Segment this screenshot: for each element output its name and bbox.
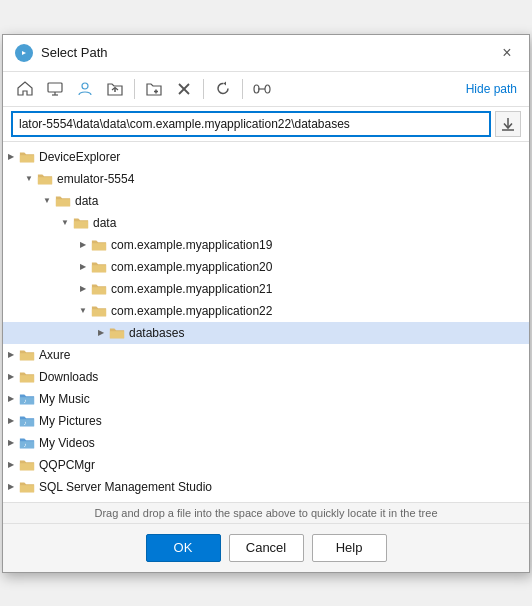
tree-item[interactable]: ▶ databases (3, 322, 529, 344)
tree-arrow[interactable]: ▶ (3, 413, 19, 429)
svg-text:♪: ♪ (23, 397, 26, 404)
folder-icon (37, 171, 53, 187)
ok-button[interactable]: OK (146, 534, 221, 562)
tree-area: ▶ DeviceExplorer▼ emulator-5554▼ data▼ d… (3, 142, 529, 502)
tree-label: databases (129, 326, 184, 340)
folder-icon (55, 193, 71, 209)
tree-arrow[interactable]: ▶ (75, 281, 91, 297)
path-bar (3, 107, 529, 142)
tree-label: com.example.myapplication20 (111, 260, 272, 274)
select-path-dialog: Select Path × (2, 34, 530, 573)
dialog-icon (15, 44, 33, 62)
tree-arrow[interactable]: ▶ (3, 479, 19, 495)
tree-item[interactable]: ▶ Axure (3, 344, 529, 366)
folder-icon (91, 259, 107, 275)
tree-item[interactable]: ▼ data (3, 190, 529, 212)
new-folder-button[interactable] (140, 76, 168, 102)
tree-arrow[interactable]: ▶ (3, 347, 19, 363)
home-button[interactable] (11, 76, 39, 102)
tree-arrow[interactable]: ▼ (57, 215, 73, 231)
tree-label: emulator-5554 (57, 172, 134, 186)
refresh-button[interactable] (209, 76, 237, 102)
folder-up-button[interactable] (101, 76, 129, 102)
delete-button[interactable] (170, 76, 198, 102)
folder-icon (19, 149, 35, 165)
title-bar: Select Path × (3, 35, 529, 72)
tree-item[interactable]: ▶ ♪ My Music (3, 388, 529, 410)
tree-label: com.example.myapplication22 (111, 304, 272, 318)
tree-item[interactable]: ▶ com.example.myapplication21 (3, 278, 529, 300)
dialog-title: Select Path (41, 45, 108, 60)
folder-icon (19, 347, 35, 363)
folder-icon (19, 369, 35, 385)
tree-arrow[interactable]: ▼ (39, 193, 55, 209)
status-bar: Drag and drop a file into the space abov… (3, 502, 529, 523)
separator3 (242, 79, 243, 99)
footer: OK Cancel Help (3, 523, 529, 572)
media-folder-icon: ♪ (19, 391, 35, 407)
folder-icon (19, 479, 35, 495)
tree-item[interactable]: ▶ com.example.myapplication19 (3, 234, 529, 256)
separator2 (203, 79, 204, 99)
media-folder-icon: ♪ (19, 435, 35, 451)
tree-label: SQL Server Management Studio (39, 480, 212, 494)
tree-arrow[interactable]: ▶ (3, 391, 19, 407)
tree-item[interactable]: ▼ data (3, 212, 529, 234)
tree-arrow[interactable]: ▶ (75, 237, 91, 253)
folder-icon (19, 457, 35, 473)
hide-path-button[interactable]: Hide path (462, 80, 521, 98)
tree-label: DeviceExplorer (39, 150, 120, 164)
tree-item[interactable]: ▼ com.example.myapplication22 (3, 300, 529, 322)
tree-label: Axure (39, 348, 70, 362)
svg-text:♪: ♪ (23, 441, 26, 448)
svg-text:♪: ♪ (23, 419, 26, 426)
svg-rect-1 (48, 83, 62, 92)
tree-label: My Videos (39, 436, 95, 450)
tree-item[interactable]: ▶ com.example.myapplication20 (3, 256, 529, 278)
tree-label: My Music (39, 392, 90, 406)
tree-arrow[interactable]: ▼ (75, 303, 91, 319)
folder-icon (91, 303, 107, 319)
help-button[interactable]: Help (312, 534, 387, 562)
tree-item[interactable]: ▶ Downloads (3, 366, 529, 388)
tree-label: com.example.myapplication19 (111, 238, 272, 252)
tree-label: QQPCMgr (39, 458, 95, 472)
toolbar: Hide path (3, 72, 529, 107)
cancel-button[interactable]: Cancel (229, 534, 304, 562)
path-input[interactable] (11, 111, 491, 137)
folder-icon (91, 237, 107, 253)
svg-rect-11 (265, 85, 270, 93)
tree-arrow[interactable]: ▶ (75, 259, 91, 275)
desktop-button[interactable] (41, 76, 69, 102)
tree-arrow[interactable]: ▼ (21, 171, 37, 187)
tree-label: Downloads (39, 370, 98, 384)
svg-point-4 (82, 83, 88, 89)
tree-arrow[interactable]: ▶ (3, 369, 19, 385)
tree-item[interactable]: ▶ DeviceExplorer (3, 146, 529, 168)
folder-icon (73, 215, 89, 231)
tree-item[interactable]: ▶ ♪ My Pictures (3, 410, 529, 432)
media-folder-icon: ♪ (19, 413, 35, 429)
tree-item[interactable]: ▼ emulator-5554 (3, 168, 529, 190)
tree-arrow[interactable]: ▶ (3, 435, 19, 451)
tree-label: data (75, 194, 98, 208)
tree-arrow[interactable]: ▶ (3, 149, 19, 165)
tree-label: data (93, 216, 116, 230)
close-button[interactable]: × (497, 43, 517, 63)
tree-label: com.example.myapplication21 (111, 282, 272, 296)
tree-item[interactable]: ▶ ♪ My Videos (3, 432, 529, 454)
tree-item[interactable]: ▶ SQL Server Management Studio (3, 476, 529, 498)
separator1 (134, 79, 135, 99)
folder-icon (91, 281, 107, 297)
tree-arrow[interactable]: ▶ (93, 325, 109, 341)
tree-label: My Pictures (39, 414, 102, 428)
folder-icon (109, 325, 125, 341)
path-download-button[interactable] (495, 111, 521, 137)
tree-arrow[interactable]: ▶ (3, 457, 19, 473)
sync-button[interactable] (248, 76, 276, 102)
user-button[interactable] (71, 76, 99, 102)
tree-item[interactable]: ▶ QQPCMgr (3, 454, 529, 476)
